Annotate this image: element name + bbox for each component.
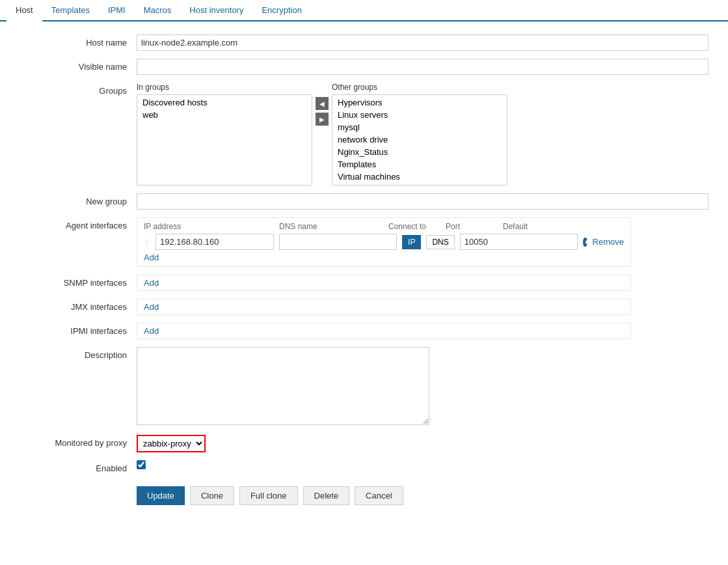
tab-templates[interactable]: Templates: [42, 0, 99, 20]
agent-interfaces-section: IP address DNS name Connect to Port Defa…: [137, 217, 631, 267]
snmp-add-link[interactable]: Add: [144, 278, 159, 288]
in-groups-section: In groups Discovered hosts web: [137, 83, 312, 186]
jmx-add-link[interactable]: Add: [144, 302, 159, 312]
groups-label: Groups: [20, 83, 137, 96]
groups-field: In groups Discovered hosts web ◀ ▶ Other…: [137, 83, 708, 186]
ipmi-add-link[interactable]: Add: [144, 326, 159, 336]
interface-row: ⋮ IP DNS Remove: [144, 234, 624, 250]
agent-add-row: Add: [144, 253, 624, 262]
list-item[interactable]: Linux servers: [334, 109, 506, 121]
cancel-button[interactable]: Cancel: [355, 486, 403, 505]
other-groups-list[interactable]: Hypervisors Linux servers mysql network …: [332, 94, 507, 186]
snmp-interfaces-field: Add: [137, 275, 708, 291]
host-name-label: Host name: [20, 34, 137, 48]
default-radio[interactable]: [583, 238, 587, 247]
host-name-input[interactable]: [137, 34, 708, 51]
delete-button[interactable]: Delete: [303, 486, 350, 505]
move-left-button[interactable]: ◀: [316, 97, 329, 110]
visible-name-row: Visible name: [20, 59, 708, 75]
monitored-by-label: Monitored by proxy: [20, 435, 137, 448]
snmp-interfaces-row: SNMP interfaces Add: [20, 275, 708, 291]
full-clone-button[interactable]: Full clone: [239, 486, 298, 505]
tab-macros[interactable]: Macros: [135, 0, 181, 20]
enabled-label: Enabled: [20, 460, 137, 473]
list-item[interactable]: mysql: [334, 121, 506, 133]
ipmi-interfaces-section: Add: [137, 323, 631, 339]
port-header: Port: [446, 222, 498, 231]
ip-connect-button[interactable]: IP: [402, 235, 421, 249]
jmx-interfaces-field: Add: [137, 299, 708, 315]
enabled-checkbox[interactable]: [137, 460, 146, 469]
dns-name-input[interactable]: [279, 234, 398, 250]
in-groups-label: In groups: [137, 83, 312, 92]
new-group-field: [137, 193, 708, 210]
in-groups-list[interactable]: Discovered hosts web: [137, 94, 312, 186]
list-item[interactable]: web: [139, 109, 310, 121]
jmx-interfaces-section: Add: [137, 299, 631, 315]
description-textarea[interactable]: [137, 347, 429, 425]
host-name-field: [137, 34, 708, 51]
clone-button[interactable]: Clone: [190, 486, 234, 505]
list-item[interactable]: Virtual machines: [334, 171, 506, 183]
new-group-input[interactable]: [137, 193, 708, 210]
move-right-button[interactable]: ▶: [316, 113, 329, 126]
visible-name-field: [137, 59, 708, 75]
monitored-by-row: Monitored by proxy (no proxy) zabbix-pro…: [20, 435, 708, 452]
description-label: Description: [20, 347, 137, 360]
other-groups-section: Other groups Hypervisors Linux servers m…: [332, 83, 507, 186]
snmp-interfaces-section: Add: [137, 275, 631, 291]
enabled-field: [137, 460, 708, 471]
monitored-by-field: (no proxy) zabbix-proxy: [137, 435, 708, 452]
groups-arrows: ◀ ▶: [312, 97, 332, 126]
update-button[interactable]: Update: [137, 486, 185, 505]
other-groups-label: Other groups: [332, 83, 507, 92]
tab-host[interactable]: Host: [7, 0, 42, 21]
agent-interfaces-label: Agent interfaces: [20, 217, 137, 230]
ip-address-header: IP address: [144, 222, 274, 231]
agent-interfaces-field: IP address DNS name Connect to Port Defa…: [137, 217, 708, 267]
snmp-interfaces-label: SNMP interfaces: [20, 275, 137, 288]
tab-bar: Host Templates IPMI Macros Host inventor…: [0, 0, 728, 21]
tab-ipmi[interactable]: IPMI: [99, 0, 135, 20]
tab-host-inventory[interactable]: Host inventory: [180, 0, 252, 20]
port-input[interactable]: [460, 234, 578, 250]
buttons-row: Update Clone Full clone Delete Cancel: [20, 486, 708, 505]
interface-header: IP address DNS name Connect to Port Defa…: [144, 222, 624, 231]
jmx-interfaces-label: JMX interfaces: [20, 299, 137, 312]
new-group-row: New group: [20, 193, 708, 210]
agent-interfaces-row: Agent interfaces IP address DNS name Con…: [20, 217, 708, 267]
host-form: Host name Visible name Groups In groups …: [0, 21, 728, 518]
description-field: [137, 347, 708, 427]
list-item[interactable]: Templates: [334, 158, 506, 171]
groups-row: Groups In groups Discovered hosts web ◀ …: [20, 83, 708, 186]
new-group-label: New group: [20, 193, 137, 206]
list-item[interactable]: Hypervisors: [334, 96, 506, 109]
drag-handle-icon[interactable]: ⋮: [144, 238, 150, 245]
list-item[interactable]: Nginx_Status: [334, 146, 506, 158]
monitored-by-select[interactable]: (no proxy) zabbix-proxy: [137, 435, 206, 452]
enabled-row: Enabled: [20, 460, 708, 473]
jmx-interfaces-row: JMX interfaces Add: [20, 299, 708, 315]
ip-address-input[interactable]: [155, 234, 274, 250]
ipmi-interfaces-label: IPMI interfaces: [20, 323, 137, 336]
visible-name-label: Visible name: [20, 59, 137, 72]
list-item[interactable]: Discovered hosts: [139, 96, 310, 109]
dns-connect-button[interactable]: DNS: [426, 235, 454, 249]
tab-encryption[interactable]: Encryption: [252, 0, 310, 20]
connect-to-header: Connect to: [388, 222, 440, 231]
agent-add-link[interactable]: Add: [144, 253, 159, 262]
list-item[interactable]: network drive: [334, 133, 506, 146]
default-header: Default: [503, 222, 555, 231]
host-name-row: Host name: [20, 34, 708, 51]
ipmi-interfaces-field: Add: [137, 323, 708, 339]
dns-name-header: DNS name: [279, 222, 383, 231]
description-row: Description: [20, 347, 708, 427]
remove-link[interactable]: Remove: [593, 237, 624, 247]
list-item[interactable]: Zabbix servers: [334, 183, 506, 186]
visible-name-input[interactable]: [137, 59, 708, 75]
ipmi-interfaces-row: IPMI interfaces Add: [20, 323, 708, 339]
